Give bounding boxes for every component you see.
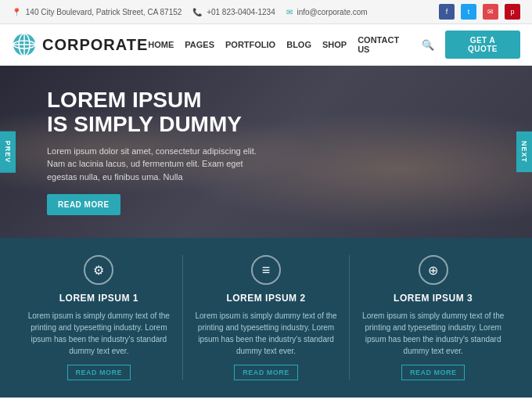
- feature-read-more-2[interactable]: READ MORE: [234, 365, 298, 380]
- feature-title-3: LOREM IPSUM 3: [361, 293, 505, 304]
- email-social-icon[interactable]: ✉: [483, 4, 498, 20]
- location-icon: 📍: [12, 8, 21, 16]
- logo-text: CORPORATE: [42, 36, 148, 54]
- feature-read-more-3[interactable]: READ MORE: [401, 365, 466, 380]
- about-section: Lorem Ipsum is simply dummy text Lorem i…: [0, 398, 532, 403]
- nav-contact[interactable]: CONTACT US: [358, 35, 411, 54]
- get-quote-button[interactable]: GET A QUOTE: [445, 31, 520, 59]
- nav-shop[interactable]: SHOP: [322, 40, 347, 49]
- nav-portfolio[interactable]: PORTFOLIO: [225, 40, 275, 49]
- social-links: f t ✉ p: [439, 4, 520, 20]
- phone-info: 📞 +01 823-0404-1234: [192, 8, 275, 16]
- feature-text-1: Lorem ipsum is simply dummy text of the …: [27, 310, 171, 357]
- top-bar-contact: 📍 140 City Boulevard, Patrick Street, CA…: [12, 8, 368, 16]
- hero-prev-button[interactable]: PREV: [0, 131, 16, 173]
- feature-icon-3: ⊕: [419, 255, 448, 285]
- hero-next-button[interactable]: NEXT: [516, 131, 532, 172]
- search-icon[interactable]: 🔍: [422, 39, 434, 51]
- main-nav: HOME PAGES PORTFOLIO BLOG SHOP CONTACT U…: [148, 31, 520, 59]
- features-section: ⚙ LOREM IPSUM 1 Lorem ipsum is simply du…: [0, 238, 532, 398]
- hero-subtitle: Lorem ipsum dolor sit amet, consectetur …: [47, 145, 266, 184]
- hero-title: LOREM IPSUM IS SIMPLY DUMMY: [47, 88, 266, 137]
- feature-item-3: ⊕ LOREM IPSUM 3 Lorem ipsum is simply du…: [350, 255, 516, 380]
- logo-globe-icon: [12, 32, 37, 57]
- pinterest-icon[interactable]: p: [505, 4, 520, 20]
- nav-pages[interactable]: PAGES: [185, 40, 214, 49]
- hero-read-more-button[interactable]: READ MORE: [47, 194, 120, 215]
- feature-text-3: Lorem ipsum is simply dummy text of the …: [361, 310, 505, 357]
- feature-text-2: Lorem ipsum is simply dummy text of the …: [195, 310, 338, 357]
- feature-icon-2: ≡: [251, 255, 281, 285]
- facebook-icon[interactable]: f: [439, 4, 455, 20]
- hero-section: PREV LOREM IPSUM IS SIMPLY DUMMY Lorem i…: [0, 66, 532, 238]
- hero-content: LOREM IPSUM IS SIMPLY DUMMY Lorem ipsum …: [0, 88, 289, 215]
- feature-item-2: ≡ LOREM IPSUM 2 Lorem ipsum is simply du…: [183, 255, 350, 380]
- logo[interactable]: CORPORATE: [12, 32, 148, 57]
- feature-item-1: ⚙ LOREM IPSUM 1 Lorem ipsum is simply du…: [16, 255, 183, 380]
- address-info: 📍 140 City Boulevard, Patrick Street, CA…: [12, 8, 182, 16]
- twitter-icon[interactable]: t: [461, 4, 476, 20]
- email-icon: ✉: [286, 8, 293, 16]
- nav-blog[interactable]: BLOG: [286, 40, 311, 49]
- phone-icon: 📞: [192, 8, 202, 16]
- feature-read-more-1[interactable]: READ MORE: [67, 365, 131, 380]
- feature-title-2: LOREM IPSUM 2: [195, 293, 338, 304]
- feature-title-1: LOREM IPSUM 1: [27, 293, 171, 304]
- feature-icon-1: ⚙: [84, 255, 113, 285]
- nav-home[interactable]: HOME: [148, 40, 174, 49]
- email-info: ✉ info@corporate.com: [286, 8, 368, 16]
- top-bar: 📍 140 City Boulevard, Patrick Street, CA…: [0, 0, 532, 24]
- header: CORPORATE HOME PAGES PORTFOLIO BLOG SHOP…: [0, 24, 532, 66]
